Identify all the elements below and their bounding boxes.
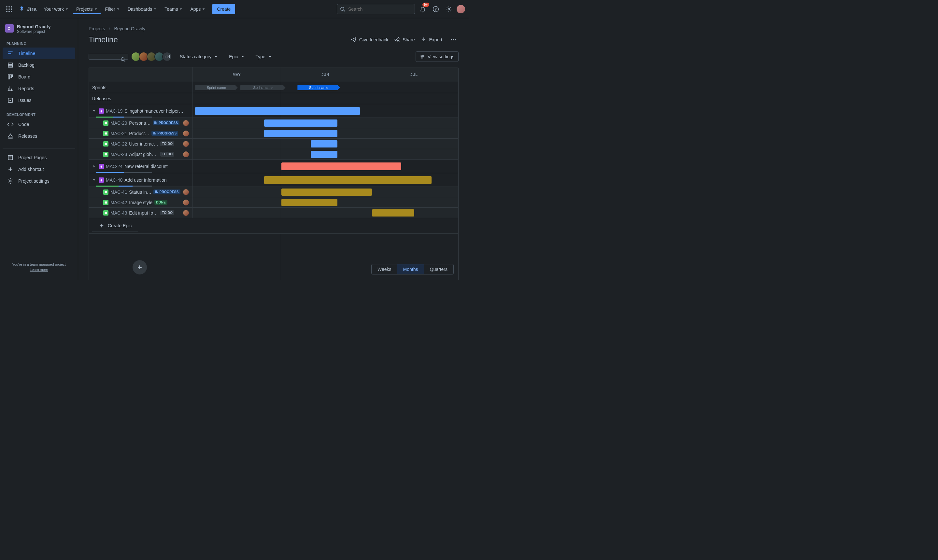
view-settings-button[interactable]: View settings [416,51,459,62]
sidebar-item-project-pages[interactable]: Project Pages [3,152,75,163]
filter-search[interactable] [89,54,128,60]
epic-row-MAC-40[interactable]: MAC-40Add user information [89,173,458,187]
nav-projects[interactable]: Projects [73,4,101,14]
story-row-MAC-20[interactable]: MAC-20Persona…IN PROGRESS [89,118,458,128]
add-fab-button[interactable] [132,260,147,274]
svg-rect-15 [8,66,12,67]
assignee-avatar[interactable] [183,131,189,137]
story-row-MAC-42[interactable]: MAC-42Image styleDONE [89,197,458,208]
nav-dashboards[interactable]: Dashboards [125,4,160,14]
nav-apps[interactable]: Apps [187,4,208,14]
page-title: Timeline [89,35,118,44]
export-button[interactable]: Export [421,37,442,43]
sidebar-item-issues[interactable]: Issues [3,94,75,106]
sidebar-item-releases[interactable]: Releases [3,130,75,142]
sidebar-item-backlog[interactable]: Backlog [3,59,75,71]
svg-point-4 [8,8,10,10]
share-button[interactable]: Share [394,37,414,43]
top-navigation: Jira Your workProjectsFilterDashboardsTe… [0,0,469,18]
nav-teams[interactable]: Teams [161,4,186,14]
sprint-pill[interactable]: Sprint name [195,85,238,90]
user-avatar[interactable] [457,5,465,13]
app-switcher-icon[interactable] [4,4,14,14]
zoom-weeks[interactable]: Weeks [372,265,397,274]
assignee-avatar[interactable] [183,141,189,147]
assignee-avatar[interactable] [183,200,189,205]
create-epic-button[interactable]: Create Epic [108,223,132,228]
learn-more-link[interactable]: Learn more [5,268,72,272]
sprints-label: Sprints [89,82,193,93]
type-filter[interactable]: Type [253,52,275,61]
breadcrumb-project[interactable]: Beyond Gravity [114,26,145,31]
timeline-bar[interactable] [264,130,337,137]
main-content: Projects / Beyond Gravity Timeline Give … [78,18,469,280]
breadcrumb: Projects / Beyond Gravity [89,26,459,31]
sprint-pill[interactable]: Sprint name [240,85,286,90]
story-row-MAC-41[interactable]: MAC-41Status in…IN PROGRESS [89,187,458,197]
help-icon[interactable] [431,4,441,14]
story-icon [103,152,108,157]
sprint-pill[interactable]: Sprint name [297,85,340,90]
epic-filter[interactable]: Epic [226,52,248,61]
story-row-MAC-21[interactable]: MAC-21Product…IN PROGRESS [89,128,458,139]
assignee-avatar[interactable] [183,210,189,216]
assignee-avatar[interactable] [183,151,189,157]
epic-row-MAC-24[interactable]: MAC-24New referral discount [89,160,458,173]
sidebar: Beyond Gravity Software project PLANNING… [0,18,78,280]
search-input[interactable] [337,4,415,14]
zoom-toggle: WeeksMonthsQuarters [371,264,454,274]
timeline-bar[interactable] [195,107,360,115]
nav-filter[interactable]: Filter [102,4,123,14]
svg-rect-34 [105,143,107,145]
month-jun: JUN [281,68,370,82]
progress-bar [96,186,152,186]
settings-icon[interactable] [444,4,454,14]
jira-logo[interactable]: Jira [18,6,37,13]
assignee-filter-avatars[interactable]: +14 [133,52,172,62]
timeline-bar[interactable] [282,189,372,196]
svg-point-9 [341,7,344,11]
issue-title: User interactio… [129,141,158,146]
sidebar-item-timeline[interactable]: Timeline [3,48,75,59]
svg-point-25 [451,39,452,40]
sidebar-item-add-shortcut[interactable]: Add shortcut [3,163,75,175]
expand-icon[interactable] [91,164,97,169]
more-actions-icon[interactable] [448,34,459,45]
timeline-bar[interactable] [282,163,401,170]
epic-icon [99,164,104,169]
story-row-MAC-22[interactable]: MAC-22User interactio…TO DO [89,139,458,149]
create-button[interactable]: Create [213,4,235,14]
nav-your-work[interactable]: Your work [40,4,72,14]
progress-bar [96,172,152,173]
notifications-icon[interactable]: 9+ [417,4,428,14]
search-box[interactable] [337,4,415,14]
timeline-bar[interactable] [282,199,337,206]
assignee-avatar[interactable] [183,120,189,126]
timeline-bar[interactable] [372,209,414,217]
breadcrumb-projects[interactable]: Projects [89,26,105,31]
status-category-filter[interactable]: Status category [177,52,221,61]
sidebar-item-code[interactable]: Code [3,118,75,130]
svg-point-22 [395,39,396,41]
expand-icon[interactable] [91,108,97,114]
epic-row-MAC-19[interactable]: MAC-19Slingshot maneuver helper… [89,104,458,118]
assignee-avatar[interactable] [183,189,189,195]
sidebar-item-reports[interactable]: Reports [3,83,75,94]
avatar-overflow[interactable]: +14 [162,52,172,62]
story-row-MAC-43[interactable]: MAC-43Edit input formTO DO [89,208,458,218]
timeline-bar[interactable] [311,140,337,148]
svg-point-3 [6,8,8,10]
zoom-months[interactable]: Months [397,265,424,274]
story-row-MAC-23[interactable]: MAC-23Adjust global s…TO DO [89,149,458,160]
timeline-bar[interactable] [264,176,431,184]
month-jul: JUL [370,68,458,82]
give-feedback-button[interactable]: Give feedback [351,37,388,43]
zoom-quarters[interactable]: Quarters [424,265,453,274]
issue-title: Persona… [129,120,151,126]
timeline-bar[interactable] [311,151,337,158]
issue-title: New referral discount [125,164,189,169]
sidebar-item-project-settings[interactable]: Project settings [3,175,75,187]
sidebar-item-board[interactable]: Board [3,71,75,83]
timeline-bar[interactable] [264,120,337,127]
expand-icon[interactable] [91,177,97,183]
